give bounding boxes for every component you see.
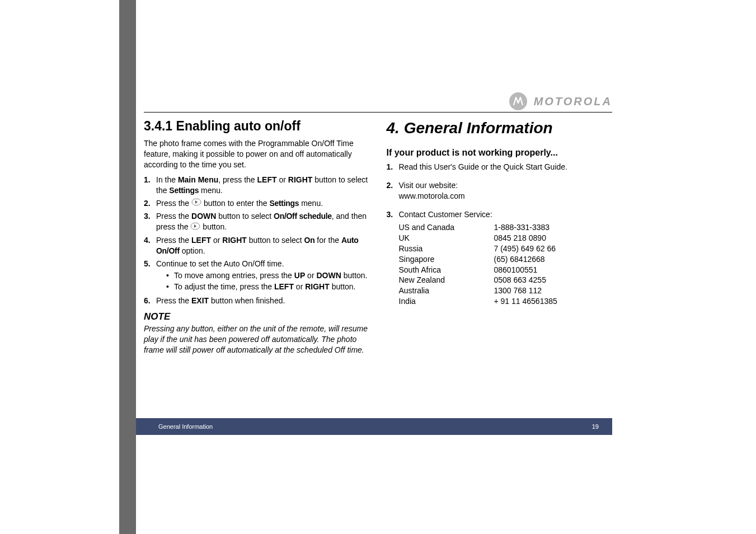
brand-text: MOTOROLA [534, 95, 612, 108]
intro-paragraph: The photo frame comes with the Programma… [144, 138, 370, 170]
contact-number: 1300 768 112 [494, 285, 542, 296]
contact-number: 1-888-331-3383 [494, 222, 550, 233]
contact-region: Russia [399, 243, 494, 254]
note-heading: NOTE [144, 311, 370, 324]
chapter-heading: 4. General Information [387, 118, 613, 139]
footer-section: General Information [158, 423, 213, 430]
step-body: Continue to set the Auto On/Off time. To… [156, 259, 370, 294]
sub-heading: If your product is not working properly.… [387, 147, 613, 159]
contact-table: US and Canada1-888-331-3383UK0845 218 08… [399, 222, 613, 307]
step-number: 4. [144, 235, 156, 256]
contact-region: Singapore [399, 254, 494, 265]
contact-number: 7 (495) 649 62 66 [494, 243, 556, 254]
step-body: Visit our website: www.motorola.com [399, 180, 613, 202]
contact-row: New Zealand0508 663 4255 [399, 275, 613, 285]
troubleshoot-step-3: 3. Contact Customer Service: US and Cana… [387, 209, 613, 307]
footer-page-number: 19 [592, 423, 599, 430]
page-footer: General Information 19 [136, 418, 612, 435]
contact-region: South Africa [399, 265, 494, 275]
contact-row: UK0845 218 0890 [399, 233, 613, 243]
step-body: Press the LEFT or RIGHT button to select… [156, 235, 370, 256]
contact-row: US and Canada1-888-331-3383 [399, 222, 613, 233]
troubleshoot-step-2: 2. Visit our website: www.motorola.com [387, 180, 613, 202]
sub-item: To adjust the time, press the LEFT or RI… [166, 282, 370, 292]
website-link: www.motorola.com [399, 191, 465, 200]
step-body: Press the DOWN button to select On/Off s… [156, 211, 370, 233]
contact-region: New Zealand [399, 275, 494, 285]
contact-row: Singapore(65) 68412668 [399, 254, 613, 265]
contact-number: (65) 68412668 [494, 254, 545, 265]
left-column: 3.4.1 Enabling auto on/off The photo fra… [144, 118, 370, 355]
contact-region: US and Canada [399, 222, 494, 233]
step-4: 4. Press the LEFT or RIGHT button to sel… [144, 235, 370, 256]
play-ok-icon [191, 198, 201, 209]
step-body: Press the button to enter the Settings m… [156, 198, 370, 209]
troubleshoot-list-2: 2. Visit our website: www.motorola.com [387, 180, 613, 202]
troubleshoot-list: 1. Read this User's Guide or the Quick S… [387, 162, 613, 172]
contact-row: India+ 91 11 46561385 [399, 296, 613, 307]
section-heading: 3.4.1 Enabling auto on/off [144, 118, 370, 135]
brand-header: MOTOROLA [509, 92, 612, 110]
contact-row: Australia1300 768 112 [399, 285, 613, 296]
contact-row: Russia7 (495) 649 62 66 [399, 243, 613, 254]
step-number: 1. [144, 175, 156, 196]
steps-list: 1. In the Main Menu, press the LEFT or R… [144, 175, 370, 306]
step-number: 2. [144, 198, 156, 209]
step-1: 1. In the Main Menu, press the LEFT or R… [144, 175, 370, 196]
sub-item: To move among entries, press the UP or D… [166, 270, 370, 281]
contact-region: Australia [399, 285, 494, 296]
troubleshoot-step-1: 1. Read this User's Guide or the Quick S… [387, 162, 613, 172]
header-divider [144, 112, 612, 113]
content-area: 3.4.1 Enabling auto on/off The photo fra… [144, 118, 612, 355]
contact-region: UK [399, 233, 494, 243]
troubleshoot-list-3: 3. Contact Customer Service: US and Cana… [387, 209, 613, 307]
step-number: 6. [144, 296, 156, 306]
right-column: 4. General Information If your product i… [387, 118, 613, 355]
contact-number: 0508 663 4255 [494, 275, 546, 285]
step-number: 3. [144, 211, 156, 233]
contact-number: + 91 11 46561385 [494, 296, 557, 307]
step-body: In the Main Menu, press the LEFT or RIGH… [156, 175, 370, 196]
play-ok-icon [190, 222, 200, 233]
step-number: 3. [387, 209, 399, 307]
sub-list: To move among entries, press the UP or D… [156, 270, 370, 293]
motorola-logo-icon [509, 92, 527, 110]
left-margin-bar [119, 0, 136, 534]
contact-number: 0860100551 [494, 265, 538, 275]
step-6: 6. Press the EXIT button when finished. [144, 296, 370, 306]
contact-row: South Africa0860100551 [399, 265, 613, 275]
page: MOTOROLA 3.4.1 Enabling auto on/off The … [0, 0, 756, 534]
step-body: Press the EXIT button when finished. [156, 296, 370, 306]
step-2: 2. Press the button to enter the Setting… [144, 198, 370, 209]
step-number: 2. [387, 180, 399, 202]
step-number: 5. [144, 259, 156, 294]
step-5: 5. Continue to set the Auto On/Off time.… [144, 259, 370, 294]
step-body: Contact Customer Service: US and Canada1… [399, 209, 613, 307]
step-body: Read this User's Guide or the Quick Star… [399, 162, 613, 172]
note-body: Pressing any button, either on the unit … [144, 324, 370, 355]
step-number: 1. [387, 162, 399, 172]
logo-svg [512, 95, 524, 107]
step-3: 3. Press the DOWN button to select On/Of… [144, 211, 370, 233]
contact-number: 0845 218 0890 [494, 233, 546, 243]
contact-region: India [399, 296, 494, 307]
